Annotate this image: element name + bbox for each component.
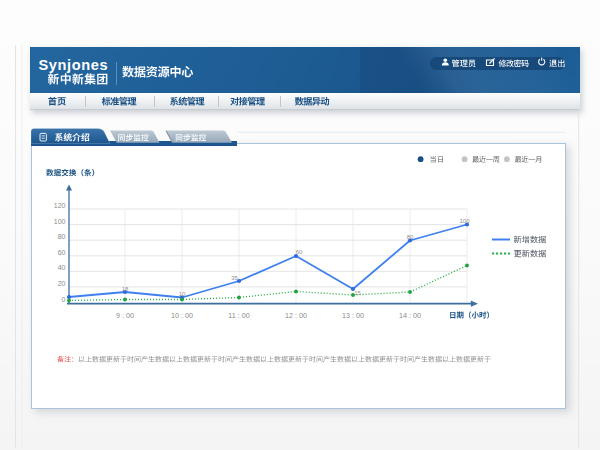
svg-text:35: 35 — [231, 275, 238, 281]
svg-text:15: 15 — [354, 290, 361, 296]
svg-text:11 : 00: 11 : 00 — [228, 311, 249, 320]
svg-text:100: 100 — [459, 218, 470, 224]
svg-text:60: 60 — [58, 249, 66, 256]
svg-text:60: 60 — [296, 249, 303, 255]
svg-text:20: 20 — [58, 280, 66, 287]
svg-text:100: 100 — [54, 218, 66, 225]
svg-text:13 : 00: 13 : 00 — [342, 311, 364, 320]
svg-text:18: 18 — [122, 286, 129, 292]
svg-text:10: 10 — [179, 291, 186, 297]
svg-text:0: 0 — [62, 296, 66, 303]
svg-text:12 : 00: 12 : 00 — [285, 311, 307, 320]
svg-text:80: 80 — [407, 234, 414, 240]
svg-text:40: 40 — [58, 264, 66, 271]
svg-text:10 : 00: 10 : 00 — [171, 311, 193, 320]
svg-text:14 : 00: 14 : 00 — [399, 311, 421, 320]
svg-text:120: 120 — [54, 202, 66, 209]
svg-text:80: 80 — [58, 233, 66, 240]
svg-text:9 : 00: 9 : 00 — [116, 311, 134, 320]
